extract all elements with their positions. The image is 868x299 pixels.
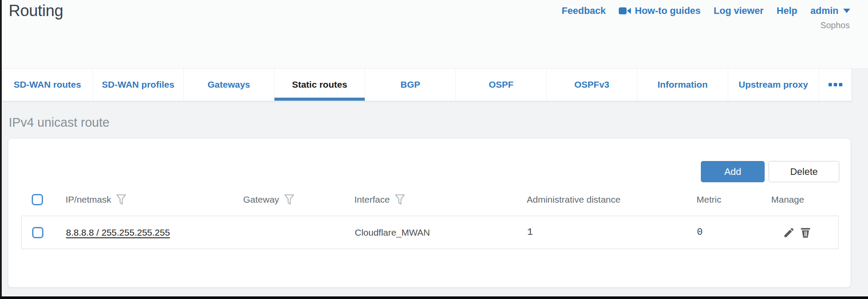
edit-icon[interactable] bbox=[783, 227, 795, 239]
tab-sd-wan-routes[interactable]: SD-WAN routes bbox=[2, 69, 92, 101]
log-viewer-link[interactable]: Log viewer bbox=[714, 5, 764, 16]
brand-label: Sophos bbox=[820, 20, 850, 30]
video-camera-icon bbox=[619, 7, 631, 15]
row-checkbox[interactable] bbox=[32, 227, 43, 238]
tab-upstream-proxy[interactable]: Upstream proxy bbox=[728, 69, 818, 101]
tab-information[interactable]: Information bbox=[637, 69, 728, 101]
ellipsis-icon bbox=[834, 83, 837, 86]
add-button[interactable]: Add bbox=[701, 161, 765, 182]
column-header-gateway: Gateway bbox=[231, 194, 344, 205]
column-header-metric: Metric bbox=[690, 194, 763, 205]
column-header-manage: Manage bbox=[763, 194, 838, 205]
tab-bgp[interactable]: BGP bbox=[365, 69, 455, 101]
delete-button[interactable]: Delete bbox=[769, 161, 839, 182]
chevron-down-icon bbox=[843, 9, 850, 13]
delete-icon[interactable] bbox=[799, 227, 812, 239]
interface-cell: Cloudflare_MWAN bbox=[345, 227, 516, 238]
howto-guides-link[interactable]: How-to guides bbox=[619, 5, 701, 16]
column-header-admin-distance: Administrative distance bbox=[516, 194, 690, 205]
window-bottom-edge bbox=[0, 296, 868, 299]
tab-static-routes[interactable]: Static routes bbox=[274, 69, 365, 101]
filter-icon[interactable] bbox=[116, 194, 126, 205]
section-heading: IPv4 unicast route bbox=[9, 115, 109, 130]
user-menu[interactable]: admin bbox=[810, 5, 850, 16]
tab-overflow-button[interactable] bbox=[818, 69, 851, 101]
column-header-ip-netmask: IP/netmask bbox=[53, 194, 231, 205]
admin-distance-cell: 1 bbox=[516, 227, 690, 238]
top-nav: Feedback How-to guides Log viewer Help a… bbox=[562, 5, 850, 16]
tab-gateways[interactable]: Gateways bbox=[183, 69, 274, 101]
tab-ospfv3[interactable]: OSPFv3 bbox=[546, 69, 637, 101]
ellipsis-icon bbox=[828, 83, 832, 86]
ellipsis-icon bbox=[839, 83, 842, 86]
tab-bar: SD-WAN routes SD-WAN profiles Gateways S… bbox=[2, 68, 852, 101]
filter-icon[interactable] bbox=[284, 194, 294, 205]
help-link[interactable]: Help bbox=[777, 5, 798, 16]
tab-sd-wan-profiles[interactable]: SD-WAN profiles bbox=[92, 69, 183, 101]
page-header: Routing Feedback How-to guides Log viewe… bbox=[0, 0, 868, 68]
table-header-row: IP/netmask Gateway Interface Administrat… bbox=[21, 190, 838, 209]
routes-panel: Add Delete IP/netmask Gateway Interface … bbox=[8, 138, 851, 288]
column-header-interface: Interface bbox=[344, 194, 516, 205]
table-row: 8.8.8.8 / 255.255.255.255 Cloudflare_MWA… bbox=[21, 216, 838, 249]
select-all-checkbox[interactable] bbox=[32, 194, 43, 205]
window-left-edge bbox=[0, 0, 2, 299]
feedback-link[interactable]: Feedback bbox=[562, 5, 606, 16]
tab-ospf[interactable]: OSPF bbox=[455, 69, 546, 101]
filter-icon[interactable] bbox=[395, 194, 405, 205]
metric-cell: 0 bbox=[690, 227, 764, 238]
route-link[interactable]: 8.8.8.8 / 255.255.255.255 bbox=[66, 227, 170, 237]
page-title: Routing bbox=[9, 2, 63, 20]
